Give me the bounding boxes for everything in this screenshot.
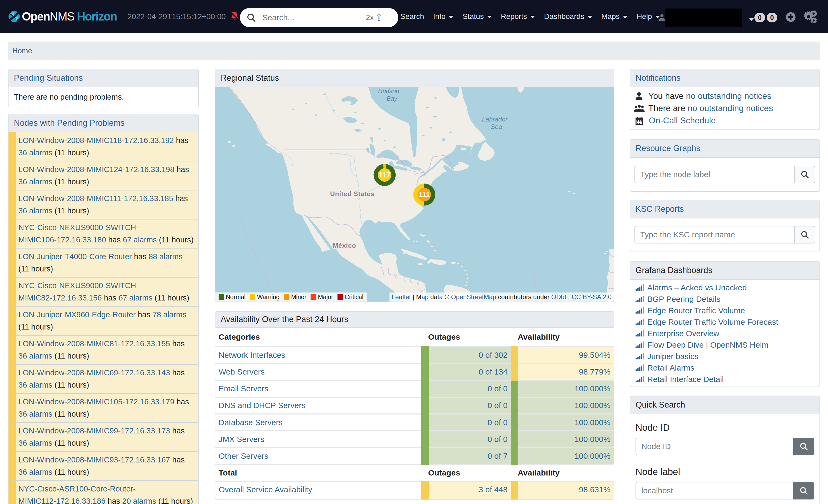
svg-text:México: México	[333, 242, 356, 249]
svg-text:117: 117	[379, 171, 390, 179]
svg-text:United States: United States	[330, 190, 374, 197]
svg-text:Labrador: Labrador	[482, 116, 508, 123]
svg-text:111: 111	[418, 191, 430, 199]
svg-text:Bay: Bay	[386, 95, 398, 102]
svg-text:Hudson: Hudson	[378, 88, 399, 95]
svg-text:Sea: Sea	[491, 123, 502, 130]
